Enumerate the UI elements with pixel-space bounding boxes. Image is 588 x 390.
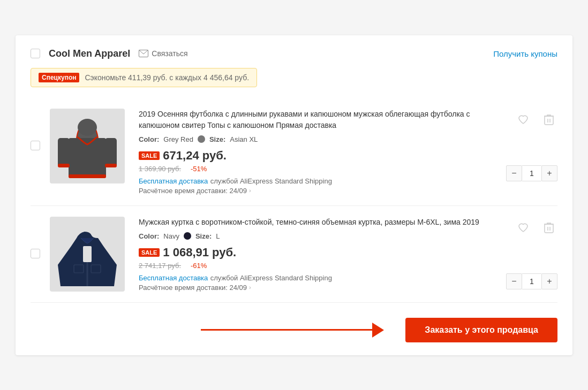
action-icons-1 — [515, 111, 557, 128]
color-label-2: Color: — [139, 232, 159, 240]
promo-tag: Спецкупон — [39, 73, 79, 82]
wishlist-button-1[interactable] — [515, 111, 532, 128]
svg-rect-10 — [83, 246, 92, 262]
price-row-1: SALE 671,24 руб. — [139, 149, 484, 163]
qty-value-2: 1 — [522, 273, 541, 289]
sale-price-1: 671,24 руб. — [163, 149, 227, 163]
shipping-service-2: службой AliExpress Standard Shipping — [210, 274, 332, 282]
arrow-line — [201, 329, 372, 331]
qty-increase-1[interactable]: + — [541, 165, 557, 181]
shipping-free-1: Бесплатная доставка — [139, 177, 208, 185]
chevron-right-icon-2[interactable]: › — [249, 284, 251, 290]
color-value-2: Navy — [163, 232, 179, 240]
product-attrs-2: Color: Navy Size: L — [139, 232, 484, 240]
svg-rect-4 — [58, 164, 70, 167]
chevron-right-icon-1[interactable]: › — [249, 187, 251, 194]
color-value-1: Grey Red — [163, 135, 193, 143]
product-title-2: Мужская куртка с воротником-стойкой, тем… — [139, 217, 484, 228]
mail-icon — [139, 50, 148, 57]
color-dot-2 — [184, 232, 191, 240]
contact-button[interactable]: Связаться — [139, 49, 187, 58]
size-label-2: Size: — [195, 232, 212, 240]
product-details-2: Мужская куртка с воротником-стойкой, тем… — [134, 217, 484, 292]
product-row-2: Мужская куртка с воротником-стойкой, тем… — [31, 206, 557, 303]
shop-header: Cool Men Apparel Связаться Получить купо… — [31, 48, 557, 59]
discount-2: -61% — [191, 262, 207, 270]
size-value-2: L — [216, 232, 220, 240]
delivery-time-2: Расчётное время доставки: 24/09 › — [139, 284, 484, 292]
contact-label: Связаться — [152, 49, 187, 58]
svg-rect-3 — [105, 138, 117, 167]
shop-card: Cool Men Apparel Связаться Получить купо… — [16, 35, 572, 355]
qty-increase-2[interactable]: + — [541, 273, 557, 289]
svg-rect-8 — [545, 116, 553, 125]
product-image-2 — [50, 217, 125, 292]
svg-rect-5 — [105, 164, 117, 167]
quantity-ctrl-1: − 1 + — [506, 165, 557, 181]
product-checkbox-1[interactable] — [31, 141, 40, 150]
arrow-area — [31, 323, 384, 338]
quantity-ctrl-2: − 1 + — [506, 273, 557, 289]
shipping-2: Бесплатная доставка службой AliExpress S… — [139, 273, 484, 282]
order-button[interactable]: Заказать у этого продавца — [405, 318, 557, 342]
qty-decrease-2[interactable]: − — [506, 273, 522, 289]
product-row: 2019 Осенняя футболка с длинными рукавам… — [31, 98, 557, 206]
discount-1: -51% — [191, 165, 207, 173]
wishlist-button-2[interactable] — [515, 219, 532, 236]
price-row-2: SALE 1 068,91 руб. — [139, 246, 484, 259]
promo-text: Сэкономьте 411,39 руб. с каждых 4 456,64… — [85, 73, 249, 82]
qty-decrease-1[interactable]: − — [506, 165, 522, 181]
product-image-1 — [50, 109, 125, 183]
shipping-free-2: Бесплатная доставка — [139, 274, 208, 282]
size-label-1: Size: — [209, 135, 225, 143]
bottom-bar: Заказать у этого продавца — [31, 303, 557, 342]
delivery-time-1: Расчётное время доставки: 24/09 › — [139, 187, 484, 195]
shop-left: Cool Men Apparel Связаться — [31, 48, 188, 59]
delete-button-2[interactable] — [540, 219, 557, 236]
product-actions-2: − 1 + — [493, 217, 557, 289]
promo-banner: Спецкупон Сэкономьте 411,39 руб. с кажды… — [31, 68, 257, 87]
svg-point-7 — [78, 119, 97, 136]
product-attrs-1: Color: Grey Red Size: Asian XL — [139, 135, 484, 143]
original-price-2: 2 741,17 руб. — [139, 262, 181, 270]
delivery-label-1: Расчётное время доставки: 24/09 — [139, 187, 247, 195]
sale-badge-1: SALE — [139, 151, 160, 160]
shop-select-checkbox[interactable] — [31, 49, 40, 58]
size-value-1: Asian XL — [230, 135, 258, 143]
product-checkbox-2[interactable] — [31, 249, 40, 258]
svg-rect-6 — [69, 174, 106, 178]
sale-badge-2: SALE — [139, 248, 160, 257]
delivery-label-2: Расчётное время доставки: 24/09 — [139, 284, 247, 292]
svg-rect-2 — [58, 138, 70, 167]
product-details-1: 2019 Осенняя футболка с длинными рукавам… — [134, 109, 484, 195]
svg-rect-13 — [545, 224, 553, 233]
product-title-1: 2019 Осенняя футболка с длинными рукавам… — [139, 109, 484, 131]
shop-name: Cool Men Apparel — [49, 48, 130, 59]
delete-button-1[interactable] — [540, 111, 557, 128]
color-label-1: Color: — [139, 135, 159, 143]
action-icons-2 — [515, 219, 557, 236]
shipping-service-1: службой AliExpress Standard Shipping — [210, 177, 332, 185]
product-actions-1: − 1 + — [493, 109, 557, 181]
color-dot-1 — [198, 135, 205, 143]
original-price-1: 1 369,90 руб. — [139, 165, 181, 173]
shipping-1: Бесплатная доставка службой AliExpress S… — [139, 176, 484, 186]
qty-value-1: 1 — [522, 165, 541, 181]
sale-price-2: 1 068,91 руб. — [163, 246, 236, 259]
get-coupons-link[interactable]: Получить купоны — [493, 49, 557, 58]
arrow-head-icon — [372, 323, 384, 338]
